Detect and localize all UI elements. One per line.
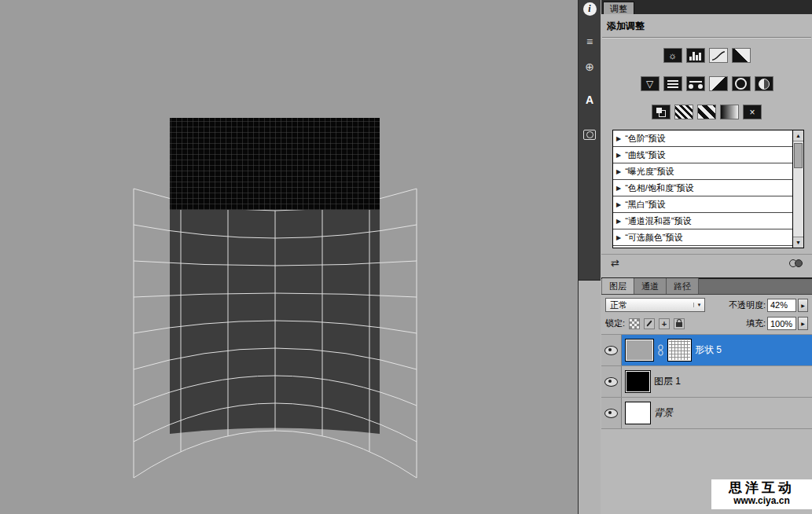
- layer-thumbnail[interactable]: [625, 339, 654, 362]
- selective-color-icon[interactable]: ×: [743, 105, 762, 119]
- document-canvas[interactable]: [0, 0, 578, 514]
- layer-name[interactable]: 背景: [654, 406, 673, 420]
- fill-input[interactable]: 100%: [767, 317, 796, 330]
- black-white-icon[interactable]: [709, 76, 728, 91]
- fill-label: 填充:: [746, 318, 766, 329]
- lock-image-pixels-icon[interactable]: [644, 318, 655, 329]
- layer-name[interactable]: 形状 5: [695, 343, 722, 357]
- vibrance-icon[interactable]: ▽: [641, 76, 660, 91]
- exposure-icon[interactable]: [732, 48, 751, 63]
- adjustment-icon-row-2: ▽: [601, 76, 812, 91]
- fill-slider-button[interactable]: ▶: [798, 317, 808, 330]
- chevron-down-icon: ▼: [693, 303, 704, 307]
- gradient-map-icon[interactable]: [720, 105, 739, 119]
- eye-icon[interactable]: [604, 377, 618, 387]
- photo-filter-glyph: [735, 78, 747, 90]
- expand-arrow-icon[interactable]: ▶: [616, 135, 621, 142]
- color-balance-icon[interactable]: [686, 76, 705, 91]
- expand-arrow-icon[interactable]: ▶: [616, 201, 621, 208]
- hue-saturation-glyph: [667, 80, 678, 88]
- layer-row-background[interactable]: 背景: [601, 398, 812, 429]
- adjustments-bottom-bar: ⇄: [601, 254, 812, 270]
- layer-row-shape-5[interactable]: 形状 5: [601, 335, 812, 366]
- color-panel-icon[interactable]: ≡: [581, 33, 598, 50]
- preset-section: ▶“色阶”预设 ▶“曲线”预设 ▶“曝光度”预设 ▶“色相/饱和度”预设 ▶“黑…: [612, 130, 804, 248]
- brightness-contrast-icon[interactable]: ☼: [663, 48, 682, 63]
- channel-mixer-icon[interactable]: [755, 76, 773, 91]
- expand-arrow-icon[interactable]: ▶: [616, 168, 621, 175]
- scrollbar-track[interactable]: [793, 141, 803, 237]
- levels-icon[interactable]: [686, 48, 705, 63]
- opacity-slider-button[interactable]: ▶: [798, 299, 808, 312]
- expand-arrow-icon[interactable]: ▶: [616, 218, 621, 225]
- watermark: 思洋互动 www.ciya.cn: [711, 479, 812, 509]
- character-panel-icon[interactable]: A: [581, 91, 598, 108]
- preset-list: ▶“色阶”预设 ▶“曲线”预设 ▶“曝光度”预设 ▶“色相/饱和度”预设 ▶“黑…: [612, 130, 793, 248]
- visibility-cell[interactable]: [601, 366, 622, 397]
- down-arrow-icon: ▼: [795, 240, 801, 245]
- dock-icon-column: i ≡ ⊕ A: [579, 0, 601, 281]
- lock-all-icon[interactable]: [674, 318, 685, 329]
- adjustment-icon-row-3: ×: [601, 105, 812, 119]
- expand-arrow-icon[interactable]: ▶: [616, 234, 621, 241]
- tab-layers[interactable]: 图层: [602, 278, 634, 294]
- preset-label: “通道混和器”预设: [625, 215, 691, 227]
- clip-to-layer-icon[interactable]: [789, 259, 803, 266]
- padlock-icon: [676, 322, 682, 327]
- preset-item-curves[interactable]: ▶“曲线”预设: [613, 147, 792, 163]
- preset-scrollbar[interactable]: ▲ ▼: [792, 130, 804, 248]
- layer-thumbnail[interactable]: [625, 370, 651, 393]
- preset-item-channel-mixer[interactable]: ▶“通道混和器”预设: [613, 213, 792, 229]
- layer-row-layer-1[interactable]: 图层 1: [601, 366, 812, 398]
- layers-panel-tabs: 图层 通道 路径: [601, 279, 812, 295]
- lock-fill-row: 锁定: + 填充: 100% ▶: [601, 314, 812, 332]
- preset-label: “曝光度”预设: [625, 166, 674, 178]
- watermark-title: 思洋互动: [711, 480, 812, 496]
- hue-saturation-icon[interactable]: [663, 76, 682, 91]
- masks-icon-shape: [583, 130, 596, 140]
- lock-transparent-pixels-icon[interactable]: [629, 318, 640, 329]
- right-arrow-icon: ▶: [801, 303, 805, 308]
- layer-list: 形状 5 图层 1 背景: [601, 334, 812, 429]
- curves-icon[interactable]: [709, 48, 728, 63]
- preset-item-hue-saturation[interactable]: ▶“色相/饱和度”预设: [613, 180, 792, 196]
- scroll-down-button[interactable]: ▼: [793, 237, 803, 248]
- expand-arrow-icon[interactable]: ▶: [616, 152, 621, 159]
- invert-icon[interactable]: [652, 105, 671, 119]
- expand-arrow-icon[interactable]: ▶: [616, 185, 621, 192]
- switch-panel-view-icon[interactable]: ⇄: [611, 257, 619, 269]
- scrollbar-thumb[interactable]: [794, 143, 803, 168]
- clone-source-panel-icon[interactable]: ⊕: [581, 58, 598, 75]
- visibility-cell[interactable]: [601, 335, 622, 365]
- preset-label: “色相/饱和度”预设: [625, 182, 693, 194]
- threshold-icon[interactable]: [697, 105, 716, 119]
- curves-glyph: [711, 50, 726, 61]
- posterize-icon[interactable]: [674, 105, 693, 119]
- blend-opacity-row: 正常 ▼ 不透明度: 42% ▶: [601, 295, 812, 314]
- tab-paths[interactable]: 路径: [667, 278, 699, 294]
- info-panel-icon[interactable]: i: [583, 2, 597, 16]
- preset-label: “可选颜色”预设: [625, 232, 682, 244]
- preset-label: “曲线”预设: [625, 149, 665, 161]
- preset-item-levels[interactable]: ▶“色阶”预设: [613, 130, 792, 147]
- photo-filter-icon[interactable]: [732, 76, 751, 91]
- opacity-input[interactable]: 42%: [767, 299, 796, 312]
- tab-channels[interactable]: 通道: [634, 278, 667, 294]
- visibility-cell[interactable]: [601, 398, 622, 428]
- preset-item-exposure[interactable]: ▶“曝光度”预设: [613, 163, 792, 180]
- tab-adjustments[interactable]: 调整: [603, 2, 634, 14]
- lock-position-icon[interactable]: +: [659, 318, 670, 329]
- scroll-up-button[interactable]: ▲: [793, 130, 803, 141]
- selective-color-glyph: ×: [749, 107, 755, 118]
- sliders-icon-glyph: ≡: [586, 35, 593, 48]
- masks-panel-icon[interactable]: [581, 126, 598, 143]
- levels-glyph: [689, 51, 701, 61]
- eye-icon[interactable]: [604, 346, 618, 355]
- layer-thumbnail[interactable]: [625, 402, 651, 424]
- layer-name[interactable]: 图层 1: [654, 375, 681, 388]
- vector-mask-thumbnail[interactable]: [667, 339, 692, 362]
- eye-icon[interactable]: [604, 409, 618, 418]
- preset-item-black-white[interactable]: ▶“黑白”预设: [613, 196, 792, 213]
- preset-item-selective-color[interactable]: ▶“可选颜色”预设: [613, 229, 792, 246]
- blend-mode-select[interactable]: 正常 ▼: [605, 298, 705, 312]
